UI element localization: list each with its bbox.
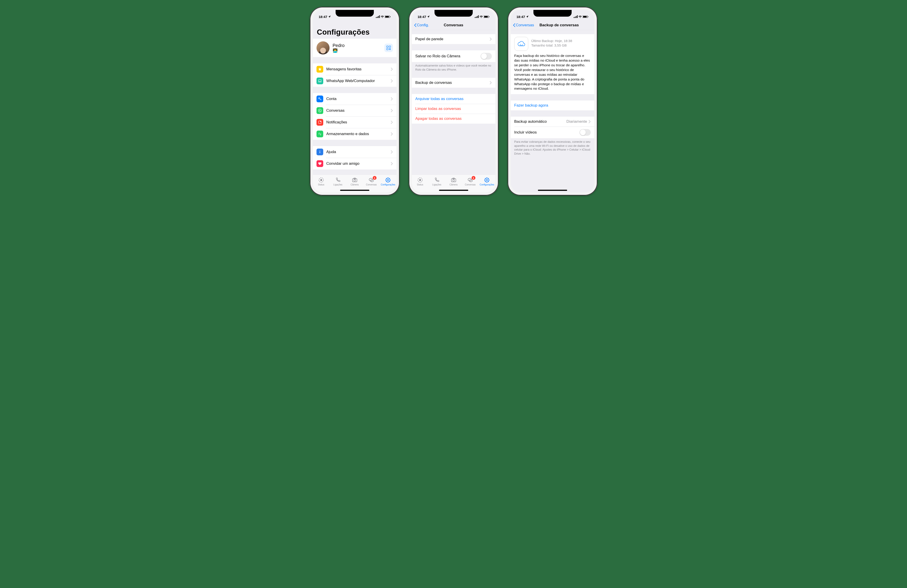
svg-point-22 (319, 151, 320, 151)
row-auto-backup[interactable]: Backup automático Diariamente (511, 117, 595, 127)
chevron-right-icon (391, 162, 393, 165)
svg-point-48 (486, 179, 488, 181)
notch (336, 10, 374, 17)
chevron-right-icon (391, 97, 393, 101)
row-backup-now[interactable]: Fazer backup agora (511, 101, 595, 111)
row-account[interactable]: Conta (313, 93, 396, 105)
gear-icon (484, 177, 490, 183)
wifi-icon (578, 16, 582, 18)
qr-code-button[interactable] (385, 43, 393, 52)
tab-status[interactable]: Status (412, 175, 428, 188)
tab-label: Ligações (333, 183, 342, 186)
switch-include-videos[interactable] (580, 129, 591, 136)
tab-badge: 1 (471, 176, 476, 180)
battery-icon (583, 16, 588, 18)
svg-point-47 (485, 178, 489, 182)
page-title: Configurações (313, 20, 396, 38)
svg-point-17 (319, 98, 320, 99)
tab-calls[interactable]: Ligações (428, 175, 445, 188)
row-storage-data[interactable]: Armazenamento e dados (313, 128, 396, 140)
chevron-right-icon (391, 132, 393, 136)
svg-point-18 (318, 109, 321, 112)
row-invite-friend[interactable]: Convidar um amigo (313, 158, 396, 170)
tab-label: Status (417, 183, 423, 186)
phone-icon (335, 177, 341, 183)
row-clear-all[interactable]: Limpar todas as conversas (412, 104, 495, 114)
home-indicator[interactable] (340, 190, 369, 191)
profile-status: 👨‍💻 (333, 48, 385, 53)
row-delete-all[interactable]: Apagar todas as conversas (412, 114, 495, 123)
back-label: Conversas (516, 23, 534, 27)
tab-chats[interactable]: 1 Conversas (363, 175, 380, 188)
status-icon (318, 177, 324, 183)
row-label: Mensagens favoritas (326, 67, 391, 72)
row-save-camera-roll[interactable]: Salvar no Rolo da Câmera (412, 50, 495, 62)
row-wallpaper[interactable]: Papel de parede (412, 34, 495, 44)
row-label: Apagar todas as conversas (415, 117, 492, 121)
tab-chats[interactable]: 1 Conversas (462, 175, 479, 188)
phone-conversas: 18:47 Config. Conversas Papel de parede (409, 7, 498, 195)
row-label: Papel de parede (415, 37, 490, 42)
row-notifications[interactable]: Notificações (313, 117, 396, 128)
data-usage-icon (316, 131, 323, 137)
svg-rect-27 (354, 178, 356, 179)
svg-line-53 (485, 178, 486, 179)
nav-bar: Config. Conversas (412, 20, 495, 30)
chevron-right-icon (391, 151, 393, 154)
row-whatsapp-web[interactable]: WhatsApp Web/Computador (313, 75, 396, 87)
profile-name: Pedro (333, 43, 385, 48)
tab-camera[interactable]: Câmera (445, 175, 462, 188)
star-icon (316, 66, 323, 73)
profile-row[interactable]: Pedro 👨‍💻 (313, 38, 396, 57)
avatar (316, 42, 330, 54)
tab-settings[interactable]: Configurações (380, 175, 396, 188)
phone-icon (434, 177, 440, 183)
phone-settings-root: 18:47 Configurações Pedro 👨‍💻 (310, 7, 400, 195)
back-chevron-icon (414, 23, 417, 27)
tab-camera[interactable]: Câmera (346, 175, 363, 188)
back-button[interactable]: Config. (414, 23, 429, 27)
row-label: Limpar todas as conversas (415, 107, 492, 111)
row-help[interactable]: Ajuda (313, 146, 396, 158)
heart-icon (316, 160, 323, 167)
qr-icon (386, 46, 391, 50)
battery-icon (484, 16, 490, 18)
location-arrow-icon (427, 15, 430, 18)
row-label: Notificações (326, 120, 391, 125)
row-label: Fazer backup agora (514, 103, 591, 108)
switch-save-camera-roll[interactable] (481, 53, 492, 59)
home-indicator[interactable] (538, 190, 567, 191)
back-button[interactable]: Conversas (513, 23, 534, 27)
row-label: Convidar um amigo (326, 161, 391, 166)
svg-rect-12 (390, 49, 391, 50)
tab-label: Conversas (366, 183, 377, 186)
svg-line-55 (489, 178, 489, 179)
row-label: Conta (326, 97, 391, 101)
key-icon (316, 96, 323, 102)
status-icon (417, 177, 423, 183)
gear-icon (385, 177, 391, 183)
svg-line-54 (489, 181, 489, 182)
footer-camera-roll: Automaticamente salva fotos e vídeos que… (412, 62, 495, 72)
chevron-right-icon (490, 81, 492, 84)
tab-status[interactable]: Status (313, 175, 330, 188)
back-chevron-icon (513, 23, 516, 27)
svg-line-36 (386, 178, 387, 179)
home-indicator[interactable] (439, 190, 468, 191)
chevron-right-icon (588, 120, 591, 123)
tab-settings[interactable]: Configurações (479, 175, 495, 188)
notch (434, 10, 473, 17)
row-chat-backup[interactable]: Backup de conversas (412, 78, 495, 88)
row-chats[interactable]: Conversas (313, 105, 396, 117)
svg-line-39 (386, 181, 387, 182)
svg-rect-25 (353, 179, 357, 182)
svg-rect-10 (387, 48, 388, 50)
back-label: Config. (417, 23, 429, 27)
row-include-videos[interactable]: Incluir vídeos (511, 127, 595, 138)
tab-label: Configurações (480, 183, 494, 186)
tab-calls[interactable]: Ligações (330, 175, 346, 188)
row-starred-messages[interactable]: Mensagens favoritas (313, 63, 396, 75)
signal-icon (376, 15, 380, 18)
svg-line-38 (389, 178, 390, 179)
row-archive-all[interactable]: Arquivar todas as conversas (412, 94, 495, 104)
